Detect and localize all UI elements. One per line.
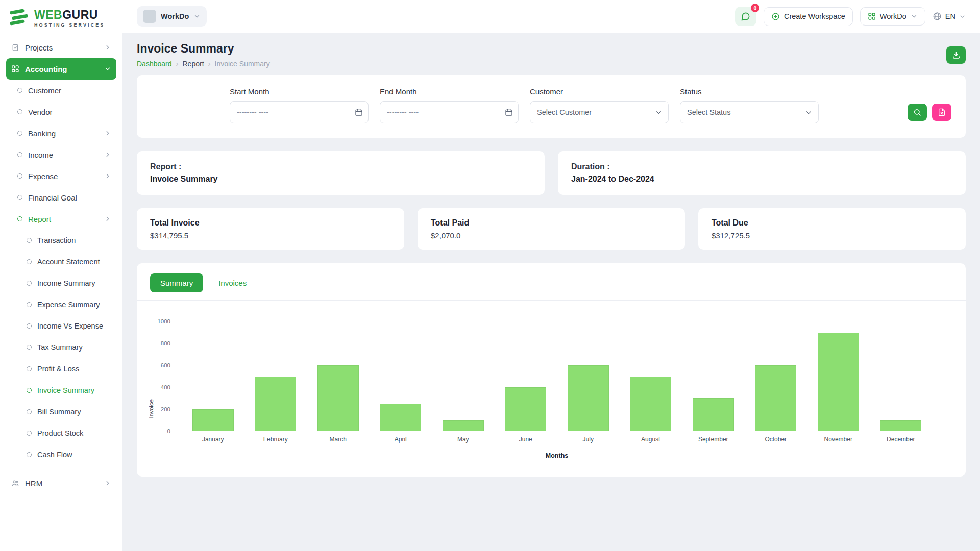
bar-column <box>557 321 620 431</box>
bar-october[interactable] <box>755 365 796 431</box>
duration-label: Duration : <box>571 162 952 171</box>
sidebar-item-report[interactable]: Report <box>6 208 116 230</box>
start-month-input-wrap <box>230 101 369 123</box>
bar-november[interactable] <box>818 333 859 432</box>
end-month-input[interactable] <box>380 101 519 123</box>
search-icon <box>913 108 921 116</box>
sidebar-item-label: Cash Flow <box>37 450 72 459</box>
start-month-input[interactable] <box>230 101 369 123</box>
sidebar-item-cash-flow[interactable]: Cash Flow <box>6 444 116 465</box>
sidebar-nav: ProjectsAccountingCustomerVendorBankingI… <box>0 35 122 551</box>
y-tick-label: 800 <box>161 340 170 346</box>
sidebar-item-projects[interactable]: Projects <box>6 37 116 58</box>
sidebar-item-customer[interactable]: Customer <box>6 80 116 101</box>
chart-y-axis-title: Invoice <box>148 363 154 418</box>
total-invoice-label: Total Invoice <box>150 218 391 228</box>
calendar-icon <box>355 108 363 116</box>
sidebar-item-product-stock[interactable]: Product Stock <box>6 422 116 444</box>
clipboard-icon <box>11 43 19 52</box>
sidebar-item-label: Profit & Loss <box>37 365 79 373</box>
total-due-card: Total Due $312,725.5 <box>698 208 966 250</box>
status-select[interactable]: Select Status <box>680 101 819 123</box>
create-workspace-button[interactable]: Create Workspace <box>764 7 853 26</box>
x-tick-label: November <box>807 436 870 443</box>
messages-button[interactable]: 0 <box>735 7 756 26</box>
x-tick-label: July <box>557 436 620 443</box>
bar-july[interactable] <box>568 365 609 431</box>
bar-april[interactable] <box>380 404 421 431</box>
apply-filter-button[interactable] <box>908 104 927 121</box>
sidebar-item-banking[interactable]: Banking <box>6 122 116 144</box>
sidebar-item-expense[interactable]: Expense <box>6 165 116 187</box>
customer-select-value: Select Customer <box>537 108 592 116</box>
chart-area: 02004006008001000 JanuaryFebruaryMarchAp… <box>154 321 938 459</box>
sidebar-item-accounting[interactable]: Accounting <box>6 58 116 80</box>
circle-icon <box>27 388 32 393</box>
plus-circle-icon <box>771 12 780 21</box>
sidebar-item-account-statement[interactable]: Account Statement <box>6 251 116 272</box>
sidebar-item-financial-goal[interactable]: Financial Goal <box>6 187 116 208</box>
bar-march[interactable] <box>317 365 359 431</box>
chevron-down-icon <box>193 13 201 20</box>
sidebar-item-label: Customer <box>28 86 61 95</box>
page-head: Invoice Summary Dashboard › Report › Inv… <box>122 33 980 68</box>
circle-icon <box>27 281 32 286</box>
circle-icon <box>17 109 22 114</box>
sidebar-item-income-summary[interactable]: Income Summary <box>6 272 116 294</box>
sidebar-item-income[interactable]: Income <box>6 144 116 165</box>
sidebar-item-invoice-summary[interactable]: Invoice Summary <box>6 380 116 401</box>
bar-february[interactable] <box>255 377 296 432</box>
circle-icon <box>27 238 32 243</box>
circle-icon <box>17 88 22 93</box>
sidebar-item-label: Income Vs Expense <box>37 322 103 330</box>
gridline <box>176 387 938 387</box>
reset-filter-button[interactable] <box>932 104 951 121</box>
total-paid-card: Total Paid $2,070.0 <box>418 208 685 250</box>
sidebar-item-bill-summary[interactable]: Bill Summary <box>6 401 116 422</box>
download-button[interactable] <box>946 46 966 64</box>
sidebar-item-label: Account Statement <box>37 258 100 266</box>
bar-june[interactable] <box>505 387 546 431</box>
sidebar-item-profit-loss[interactable]: Profit & Loss <box>6 358 116 380</box>
total-paid-value: $2,070.0 <box>431 231 672 240</box>
circle-icon <box>27 409 32 414</box>
workspace-menu-button[interactable]: WorkDo <box>860 7 925 26</box>
bar-december[interactable] <box>880 420 921 432</box>
sidebar-item-hrm[interactable]: HRM <box>6 472 116 494</box>
gridline <box>176 365 938 365</box>
download-icon <box>952 51 961 59</box>
sidebar-item-transaction[interactable]: Transaction <box>6 230 116 251</box>
chart-plot: 02004006008001000 <box>176 321 938 431</box>
brand-mark-icon <box>8 8 30 29</box>
tab-summary[interactable]: Summary <box>150 273 203 292</box>
duration-value: Jan-2024 to Dec-2024 <box>571 174 952 184</box>
bar-may[interactable] <box>443 420 484 432</box>
sidebar-item-label: Expense Summary <box>37 300 100 309</box>
breadcrumb: Dashboard › Report › Invoice Summary <box>137 59 270 68</box>
start-month-field: Start Month <box>230 87 369 123</box>
sidebar-item-tax-summary[interactable]: Tax Summary <box>6 337 116 358</box>
circle-icon <box>17 152 22 157</box>
sidebar-item-label: Vendor <box>28 108 53 116</box>
topbar: WorkDo 0 Create Workspace <box>122 0 980 33</box>
breadcrumb-report[interactable]: Report <box>183 60 204 68</box>
brand-name: WEBGURU <box>34 9 105 21</box>
sidebar-item-vendor[interactable]: Vendor <box>6 101 116 122</box>
customer-select[interactable]: Select Customer <box>530 101 669 123</box>
tab-invoices[interactable]: Invoices <box>208 273 257 292</box>
bar-september[interactable] <box>693 398 734 432</box>
bar-august[interactable] <box>630 377 671 432</box>
page-title: Invoice Summary <box>137 42 270 56</box>
brand-logo[interactable]: WEBGURU HOSTING SERVICES <box>0 0 122 35</box>
sidebar-item-income-vs-expense[interactable]: Income Vs Expense <box>6 315 116 337</box>
breadcrumb-dashboard[interactable]: Dashboard <box>137 60 172 68</box>
report-card: Report : Invoice Summary <box>137 151 545 195</box>
customer-field: Customer Select Customer <box>530 87 669 123</box>
x-tick-label: October <box>745 436 807 443</box>
grid-icon <box>11 65 19 73</box>
language-selector[interactable]: EN <box>933 12 966 21</box>
sidebar-item-expense-summary[interactable]: Expense Summary <box>6 294 116 315</box>
workspace-switcher[interactable]: WorkDo <box>137 6 207 27</box>
bar-january[interactable] <box>192 409 234 431</box>
x-tick-label: June <box>495 436 557 443</box>
